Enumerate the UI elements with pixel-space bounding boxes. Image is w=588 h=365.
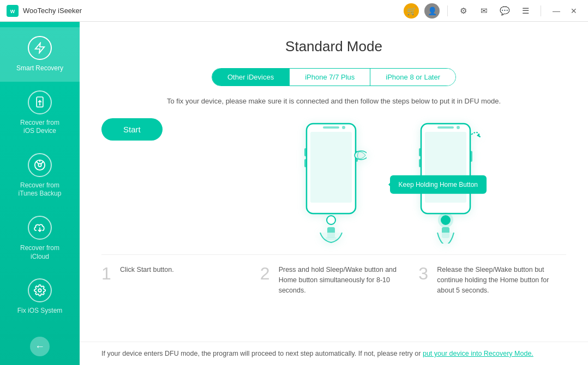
- tooltip-keep-holding: Keep Holding Home Button: [390, 175, 487, 194]
- svg-rect-30: [419, 159, 421, 167]
- step-item-1: 1 Click Start button.: [101, 265, 249, 295]
- svg-point-7: [38, 163, 41, 167]
- sidebar-item-smart-recovery[interactable]: Smart Recovery: [0, 27, 80, 82]
- titlebar: W WooTechy iSeeker 🛒 👤 ⚙ ✉ 💬 ☰ — ✕: [0, 0, 588, 22]
- svg-rect-18: [304, 148, 307, 156]
- steps-row: 1 Click Start button. 2 Press and hold S…: [101, 254, 566, 295]
- svg-point-25: [457, 126, 460, 129]
- bottom-bar: If your device enters DFU mode, the prog…: [80, 342, 588, 365]
- sidebar-bottom: ←: [0, 337, 80, 365]
- tab-group: Other iDevices iPhone 7/7 Plus iPhone 8 …: [212, 68, 456, 86]
- svg-point-12: [327, 216, 335, 224]
- cart-icon[interactable]: 🛒: [404, 3, 419, 19]
- sidebar-label-smart-recovery: Smart Recovery: [16, 64, 63, 73]
- recovery-mode-link[interactable]: put your device into Recovery Mode.: [423, 350, 533, 357]
- sidebar-item-fix-ios[interactable]: Fix iOS System: [0, 270, 80, 324]
- bottom-text: If your device enters DFU mode, the prog…: [101, 350, 423, 357]
- menu-icon[interactable]: ☰: [518, 3, 533, 19]
- divider: [447, 5, 448, 16]
- gear-icon[interactable]: ⚙: [455, 3, 471, 19]
- user-icon[interactable]: 👤: [424, 3, 440, 19]
- step-item-2: 2 Press and hold Sleep/Wake button and H…: [260, 265, 408, 295]
- tab-other-idevices[interactable]: Other iDevices: [212, 69, 290, 86]
- svg-rect-13: [323, 126, 339, 129]
- svg-point-14: [342, 126, 345, 129]
- step-number-2: 2: [260, 265, 273, 282]
- sidebar-label-fix-ios: Fix iOS System: [17, 307, 63, 315]
- content-area: Standard Mode Other iDevices iPhone 7/7 …: [80, 22, 588, 365]
- sidebar-item-recover-ios[interactable]: Recover fromiOS Device: [0, 82, 80, 144]
- titlebar-left: W WooTechy iSeeker: [7, 5, 82, 17]
- steps-section: Start: [101, 118, 566, 244]
- tab-iphone77plus[interactable]: iPhone 7/7 Plus: [290, 69, 370, 86]
- close-button[interactable]: ✕: [566, 3, 581, 19]
- svg-marker-31: [477, 133, 480, 137]
- recover-itunes-icon: [28, 153, 52, 177]
- recover-icloud-icon: [28, 216, 52, 240]
- window-controls: — ✕: [549, 3, 581, 19]
- svg-rect-19: [304, 159, 307, 167]
- content-inner: Standard Mode Other iDevices iPhone 7/7 …: [80, 22, 588, 342]
- phone-illustration-1: [296, 118, 367, 244]
- sidebar-item-recover-icloud[interactable]: Recover fromiCloud: [0, 207, 80, 270]
- sidebar-label-recover-itunes: Recover fromiTunes Backup: [19, 181, 62, 198]
- main-layout: Smart Recovery Recover fromiOS Device: [0, 22, 588, 365]
- svg-point-9: [38, 289, 41, 292]
- step-desc-3: Release the Sleep/Wake button but contin…: [437, 265, 566, 295]
- svg-marker-2: [35, 43, 45, 53]
- fix-ios-icon: [28, 278, 52, 302]
- app-logo: W: [7, 5, 19, 17]
- step-left: Start: [101, 118, 200, 154]
- sidebar-item-recover-itunes[interactable]: Recover fromiTunes Backup: [0, 144, 80, 207]
- phone-illustration-2: Keep Holding Home Button: [410, 118, 481, 244]
- start-button[interactable]: Start: [101, 118, 163, 141]
- svg-text:W: W: [10, 9, 15, 14]
- app-title: WooTechy iSeeker: [23, 7, 82, 15]
- step-desc-2: Press and hold Sleep/Wake button and Hom…: [279, 265, 408, 295]
- divider2: [541, 5, 541, 16]
- minimize-button[interactable]: —: [549, 3, 564, 19]
- svg-rect-24: [437, 126, 454, 129]
- svg-rect-11: [310, 132, 352, 203]
- svg-point-27: [438, 212, 453, 228]
- sidebar: Smart Recovery Recover fromiOS Device: [0, 22, 80, 365]
- svg-rect-28: [470, 151, 472, 162]
- instruction-text: To fix your device, please make sure it …: [101, 97, 566, 105]
- step-item-3: 3 Release the Sleep/Wake button but cont…: [418, 265, 566, 295]
- step-desc-1: Click Start button.: [120, 265, 174, 275]
- sidebar-label-recover-icloud: Recover fromiCloud: [20, 244, 59, 261]
- page-title: Standard Mode: [101, 38, 566, 55]
- step-number-3: 3: [418, 265, 431, 282]
- sidebar-label-recover-ios: Recover fromiOS Device: [20, 119, 59, 136]
- svg-rect-29: [419, 148, 421, 156]
- phone-illustrations: Keep Holding Home Button: [211, 118, 566, 244]
- step-number-1: 1: [101, 265, 115, 282]
- recover-ios-icon: [28, 90, 52, 114]
- titlebar-right: 🛒 👤 ⚙ ✉ 💬 ☰ — ✕: [404, 3, 581, 19]
- chat-icon[interactable]: 💬: [497, 3, 512, 19]
- back-button[interactable]: ←: [30, 337, 50, 356]
- tab-iphone8later[interactable]: iPhone 8 or Later: [370, 69, 455, 86]
- smart-recovery-icon: [28, 36, 52, 60]
- mail-icon[interactable]: ✉: [476, 3, 491, 19]
